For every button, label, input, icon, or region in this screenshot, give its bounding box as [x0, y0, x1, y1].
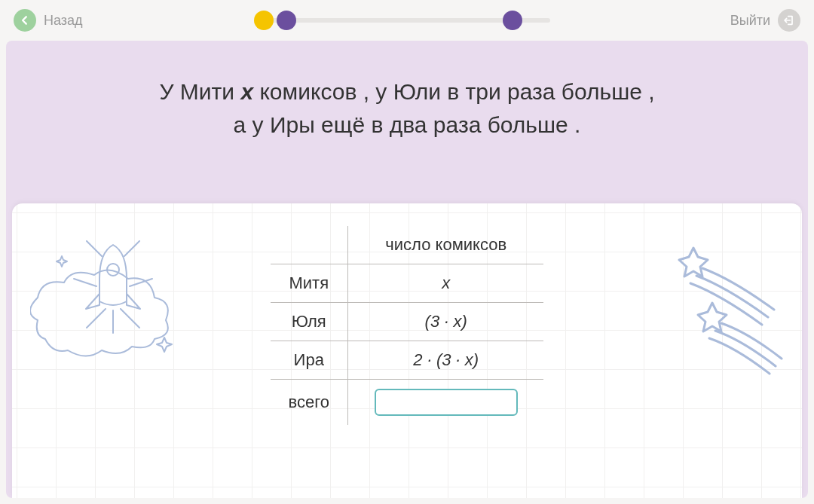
prompt-variable: x	[240, 79, 253, 104]
answer-card: число комиксов Митя x Юля (3 · x) Ира 2 …	[12, 203, 802, 498]
row-name: Юля	[271, 303, 348, 341]
total-input[interactable]	[375, 389, 518, 416]
table-header-blank	[271, 226, 348, 264]
row-value: x	[347, 264, 543, 303]
back-label: Назад	[44, 13, 83, 29]
progress-dot-2	[277, 11, 296, 30]
exit-icon	[778, 9, 800, 32]
exit-label: Выйти	[730, 13, 770, 29]
total-label: всего	[271, 380, 348, 426]
progress-dot-3	[503, 11, 522, 30]
task-prompt: У Мити x комиксов , у Юли в три раза бол…	[6, 41, 808, 166]
row-value: (3 · x)	[347, 303, 543, 341]
prompt-text: а у Иры ещё в два раза больше .	[36, 108, 778, 142]
table-header-count: число комиксов	[347, 226, 543, 264]
row-value: 2 · (3 · x)	[347, 341, 543, 380]
table-row-total: всего	[271, 380, 544, 426]
task-panel: У Мити x комиксов , у Юли в три раза бол…	[6, 41, 808, 498]
table-row: Юля (3 · x)	[271, 303, 544, 341]
table-row: Ира 2 · (3 · x)	[271, 341, 544, 380]
top-bar: Назад Выйти	[0, 0, 814, 41]
back-button[interactable]	[14, 9, 36, 32]
total-cell	[347, 380, 543, 426]
progress-dot-1	[254, 11, 274, 30]
rocket-cloud-illustration	[30, 234, 196, 369]
progress-bar	[264, 18, 550, 23]
prompt-text: У Мити	[159, 79, 240, 104]
prompt-text: комиксов , у Юли в три раза больше ,	[253, 79, 655, 104]
row-name: Ира	[271, 341, 348, 380]
comics-table: число комиксов Митя x Юля (3 · x) Ира 2 …	[271, 226, 544, 425]
exit-button[interactable]: Выйти	[730, 9, 800, 32]
chevron-left-icon	[20, 15, 30, 26]
progress-track	[264, 18, 550, 23]
table-row: Митя x	[271, 264, 544, 303]
row-name: Митя	[271, 264, 348, 303]
shooting-stars-illustration	[666, 246, 787, 381]
